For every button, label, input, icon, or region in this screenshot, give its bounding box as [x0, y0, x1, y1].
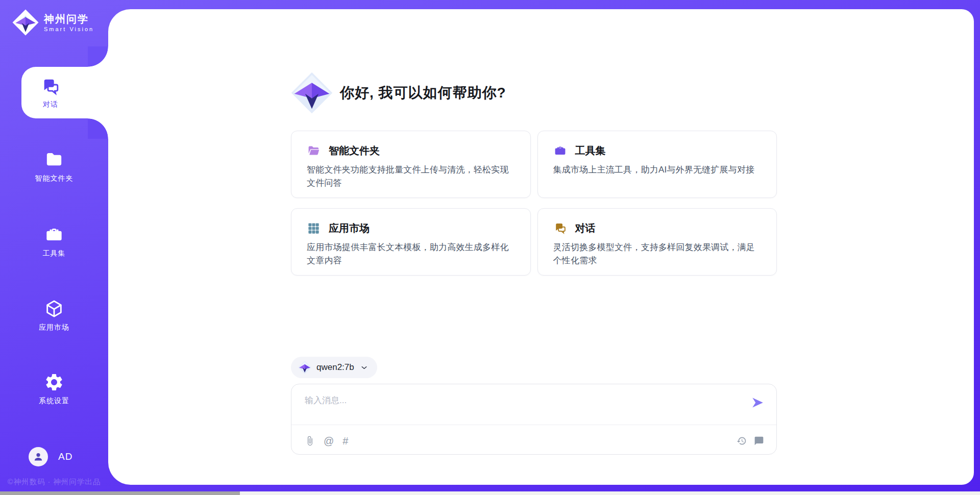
- greeting-section: 你好, 我可以如何帮助你?: [291, 9, 777, 114]
- brand-diamond-icon: [12, 9, 39, 36]
- card-description: 应用市场提供丰富长文本模板，助力高效生成多样化文章内容: [307, 241, 515, 267]
- sidebar-footer: ©神州数码 · 神州问学出品: [0, 477, 108, 487]
- card-title: 对话: [575, 221, 596, 235]
- card-description: 灵活切换多模型文件，支持多样回复效果调试，满足个性化需求: [553, 241, 762, 267]
- card-description: 集成市场上主流工具，助力AI与外界无缝扩展与对接: [553, 163, 762, 177]
- app-logo: 神州问学 Smart Vision: [12, 9, 94, 36]
- card-title: 应用市场: [329, 221, 370, 235]
- briefcase-icon: [553, 144, 567, 158]
- brand-diamond-logo: [291, 72, 333, 114]
- hash-icon[interactable]: #: [342, 436, 348, 446]
- grid-icon: [307, 221, 321, 235]
- gear-icon: [44, 372, 64, 392]
- card-toolset[interactable]: 工具集 集成市场上主流工具，助力AI与外界无缝扩展与对接: [537, 131, 777, 198]
- card-title: 智能文件夹: [329, 144, 380, 158]
- send-icon[interactable]: [751, 396, 764, 409]
- sidebar-item-label: 工具集: [43, 249, 66, 258]
- chat-filled-icon[interactable]: [754, 436, 764, 446]
- user-initials: AD: [58, 451, 72, 462]
- main-panel: 你好, 我可以如何帮助你? 智能文件夹 智能文件夹功能支持批量文件上传与清洗，轻…: [108, 9, 974, 485]
- chat-bubbles-icon: [553, 221, 567, 235]
- card-smart-folder[interactable]: 智能文件夹 智能文件夹功能支持批量文件上传与清洗，轻松实现文件问答: [291, 131, 531, 198]
- tab-notch-top: [88, 46, 108, 67]
- card-description: 智能文件夹功能支持批量文件上传与清洗，轻松实现文件问答: [307, 163, 515, 189]
- scrollbar-thumb[interactable]: [0, 491, 240, 495]
- feature-cards: 智能文件夹 智能文件夹功能支持批量文件上传与清洗，轻松实现文件问答 工具集 集成…: [291, 131, 777, 276]
- sidebar-item-toolset[interactable]: 工具集: [3, 225, 105, 258]
- avatar[interactable]: [29, 447, 48, 466]
- model-name: qwen2:7b: [316, 362, 354, 373]
- sidebar-item-label: 对话: [43, 100, 58, 109]
- sidebar-item-chat-active[interactable]: 对话: [21, 67, 109, 118]
- chat-bubbles-icon: [40, 77, 61, 97]
- sidebar-item-app-market[interactable]: 应用市场: [3, 299, 105, 332]
- briefcase-icon: [44, 225, 64, 245]
- user-account[interactable]: AD: [29, 447, 72, 466]
- paperclip-icon[interactable]: [305, 436, 315, 446]
- sidebar-item-label: 应用市场: [39, 323, 69, 332]
- sidebar-item-settings[interactable]: 系统设置: [3, 372, 105, 406]
- input-divider: [291, 425, 776, 425]
- app-title: 神州问学: [44, 13, 94, 24]
- card-chat[interactable]: 对话 灵活切换多模型文件，支持多样回复效果调试，满足个性化需求: [537, 208, 777, 276]
- chevron-down-icon: [360, 364, 368, 372]
- card-title: 工具集: [575, 144, 606, 158]
- greeting-title: 你好, 我可以如何帮助你?: [340, 83, 506, 103]
- composer-section: qwen2:7b @ #: [291, 357, 777, 455]
- person-icon: [32, 451, 44, 463]
- folder-open-icon: [307, 144, 321, 158]
- folder-icon: [44, 150, 64, 170]
- sidebar-item-folders[interactable]: 智能文件夹: [3, 150, 105, 183]
- model-logo-icon: [298, 361, 311, 374]
- history-icon[interactable]: [737, 436, 747, 446]
- cube-icon: [44, 299, 64, 319]
- model-selector[interactable]: qwen2:7b: [291, 357, 377, 378]
- app-subtitle: Smart Vision: [44, 26, 94, 32]
- card-app-market[interactable]: 应用市场 应用市场提供丰富长文本模板，助力高效生成多样化文章内容: [291, 208, 531, 276]
- horizontal-scrollbar[interactable]: [0, 491, 980, 495]
- message-input-card: @ #: [291, 384, 777, 455]
- tab-notch-bottom: [88, 118, 108, 139]
- message-input[interactable]: [305, 394, 741, 421]
- at-icon[interactable]: @: [324, 436, 334, 446]
- sidebar-item-label: 智能文件夹: [35, 174, 74, 183]
- sidebar-item-label: 系统设置: [39, 397, 69, 406]
